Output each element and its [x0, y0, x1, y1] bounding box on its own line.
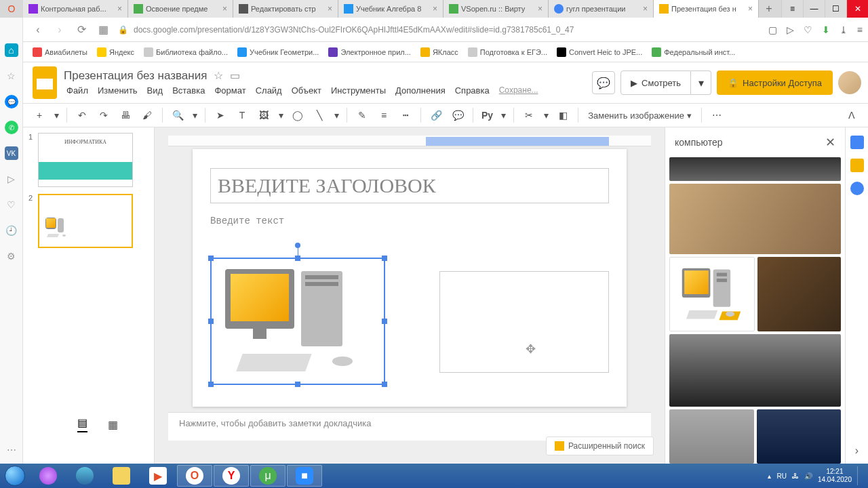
tray-chevron-icon[interactable]: ▴ [768, 472, 771, 480]
star-icon[interactable]: ☆ [214, 69, 223, 82]
horizontal-ruler[interactable] [168, 136, 651, 146]
heart-icon[interactable]: ♡ [804, 24, 812, 35]
present-button[interactable]: ▶Смотреть [620, 70, 691, 95]
clock[interactable]: 12:21 14.04.2020 [818, 468, 852, 484]
close-icon[interactable]: × [433, 4, 437, 14]
messenger-icon[interactable]: 💬 [5, 95, 18, 108]
settings-icon[interactable]: ⚙ [5, 249, 18, 263]
search-term[interactable]: компьютер [675, 137, 723, 148]
bookmark-item[interactable]: ЯКласс [420, 47, 458, 57]
taskbar-app-running[interactable]: Y [214, 465, 249, 487]
account-avatar[interactable] [838, 71, 861, 94]
print-button[interactable]: 🖶 [116, 106, 135, 125]
save-page-icon[interactable]: ⤓ [840, 24, 848, 35]
heart-icon[interactable]: ♡ [5, 198, 18, 211]
taskbar-app[interactable]: ▶ [140, 465, 176, 487]
browser-tab[interactable]: VSopen.ru :: Вирту× [443, 0, 549, 18]
browser-tab[interactable]: Освоение предме× [128, 0, 233, 18]
speed-dial-button[interactable]: ▦ [96, 23, 110, 36]
more-icon[interactable]: ⋯ [5, 443, 18, 457]
bookmark-item[interactable]: Convert Heic to JPE... [557, 47, 642, 57]
grid-view-button[interactable]: ▦ [108, 418, 118, 431]
rotate-handle[interactable] [295, 243, 300, 248]
font-dropdown[interactable]: ▾ [498, 106, 508, 125]
bookmark-item[interactable]: Яндекс [97, 47, 134, 57]
search-result-image[interactable] [669, 334, 841, 407]
send-icon[interactable]: ▷ [787, 24, 794, 35]
browser-tab[interactable]: Учебник Алгебра 8× [338, 0, 443, 18]
calendar-icon[interactable] [850, 136, 864, 149]
document-title[interactable]: Презентация без названия [64, 69, 207, 83]
font-button[interactable]: Py [479, 106, 496, 125]
replace-image-button[interactable]: Заменить изображение▾ [584, 110, 696, 121]
whatsapp-icon[interactable]: ✆ [5, 121, 18, 134]
bookmark-item[interactable]: Подготовка к ЕГЭ... [468, 47, 547, 57]
zoom-dropdown[interactable]: ▾ [190, 106, 199, 125]
filmstrip-view-button[interactable]: ▤ [77, 416, 87, 432]
taskbar-app[interactable] [31, 465, 66, 487]
home-icon[interactable]: ⌂ [5, 43, 18, 57]
close-icon[interactable]: × [328, 4, 332, 14]
taskbar-app-running[interactable]: O [177, 465, 212, 487]
opera-menu-button[interactable]: O [0, 0, 23, 18]
show-desktop-button[interactable] [857, 466, 863, 485]
search-result-image[interactable] [669, 409, 754, 464]
bookmark-item[interactable]: Учебник Геометри... [237, 47, 319, 57]
crop-dropdown[interactable]: ▾ [541, 106, 551, 125]
browser-tab-active[interactable]: Презентация без н× [654, 0, 759, 18]
body-placeholder[interactable]: Введите текст [210, 216, 609, 232]
advanced-search-button[interactable]: Расширенный поиск [546, 436, 654, 455]
bookmark-item[interactable]: Авиабилеты [33, 47, 87, 57]
download-icon[interactable]: ⬇ [822, 24, 830, 35]
border-dash-button[interactable]: ┅ [396, 106, 415, 125]
link-button[interactable]: 🔗 [427, 106, 446, 125]
easy-setup-button[interactable]: ≡ [781, 0, 803, 18]
browser-tab[interactable]: Контрольная раб...× [23, 0, 128, 18]
close-icon[interactable]: × [117, 4, 122, 14]
search-result-image[interactable] [669, 157, 841, 181]
bookmark-star-icon[interactable]: ☆ [5, 69, 18, 83]
undo-button[interactable]: ↶ [73, 106, 92, 125]
easy-setup-icon[interactable]: ≡ [857, 24, 863, 35]
redo-button[interactable]: ↷ [94, 106, 113, 125]
share-button[interactable]: 🔒Настройки Доступа [717, 70, 833, 95]
taskbar-app[interactable] [104, 465, 139, 487]
close-icon[interactable]: × [643, 4, 648, 14]
menu-file[interactable]: Файл [64, 84, 91, 97]
image-placeholder[interactable] [439, 271, 609, 373]
menu-slide[interactable]: Слайд [253, 84, 285, 97]
textbox-tool[interactable]: T [233, 106, 252, 125]
more-tools-button[interactable]: ⋯ [707, 106, 726, 125]
history-icon[interactable]: 🕘 [5, 224, 18, 237]
line-dropdown[interactable]: ▾ [332, 106, 341, 125]
image-tool[interactable]: 🖼 [254, 106, 273, 125]
slide-thumbnail[interactable]: Информатика [38, 133, 133, 187]
close-icon[interactable]: × [538, 4, 542, 14]
select-tool[interactable]: ➤ [211, 106, 230, 125]
comment-button[interactable]: 💬 [448, 106, 467, 125]
search-result-image[interactable] [669, 184, 841, 253]
tasks-icon[interactable] [850, 182, 864, 195]
bookmark-item[interactable]: Библиотека файло... [144, 47, 228, 57]
paint-format-button[interactable]: 🖌 [138, 106, 157, 125]
new-slide-dropdown[interactable]: ▾ [52, 106, 61, 125]
border-color-button[interactable]: ✎ [353, 106, 372, 125]
new-tab-button[interactable]: + [759, 0, 779, 18]
menu-tools[interactable]: Инструменты [328, 84, 389, 97]
volume-icon[interactable]: 🔊 [804, 472, 812, 480]
play-icon[interactable]: ▷ [5, 172, 18, 186]
reload-button[interactable]: ⟳ [75, 23, 88, 36]
slide-thumbnail-selected[interactable] [38, 194, 133, 248]
menu-addons[interactable]: Дополнения [393, 84, 448, 97]
comments-button[interactable]: 💬 [592, 71, 615, 94]
image-dropdown[interactable]: ▾ [276, 106, 285, 125]
close-icon[interactable]: × [748, 4, 753, 14]
close-panel-button[interactable]: ✕ [825, 135, 835, 150]
browser-tab[interactable]: Редактировать стр× [233, 0, 338, 18]
menu-object[interactable]: Объект [289, 84, 324, 97]
taskbar-app[interactable] [67, 465, 102, 487]
browser-tab[interactable]: гугл презентации× [549, 0, 654, 18]
vk-icon[interactable]: VK [5, 146, 18, 160]
hide-menus-button[interactable]: ᐱ [842, 106, 861, 125]
close-icon[interactable]: × [222, 4, 227, 14]
